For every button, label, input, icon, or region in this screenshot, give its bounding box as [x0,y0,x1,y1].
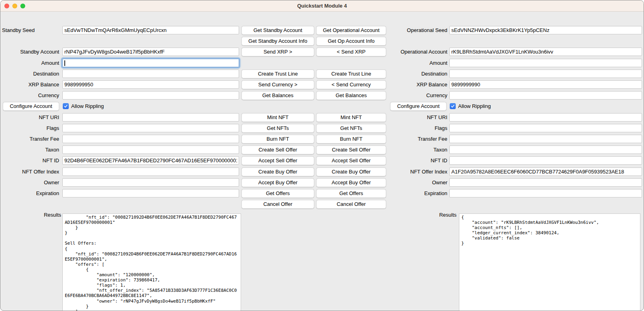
operational-nft-id-input[interactable] [450,157,642,164]
standby-send-currency-button[interactable]: Send Currency > [241,80,314,89]
standby-taxon-label: Taxon [2,146,59,154]
standby-currency-input[interactable] [63,92,239,99]
standby-nft-id-input[interactable] [63,157,239,164]
standby-get-offers-button[interactable]: Get Offers [241,189,314,198]
operational-amount-field[interactable] [449,59,642,67]
standby-accept-buy-offer-button[interactable]: Accept Buy Offer [241,178,314,187]
standby-flags-field[interactable] [62,124,239,132]
standby-allow-rippling-checkbox[interactable] [63,103,69,109]
operational-get-operational-account-button[interactable]: Get Operational Account [316,26,386,35]
standby-nft-offer-index-field[interactable] [62,167,239,176]
operational-get-nfts-button[interactable]: Get NFTs [316,124,386,133]
standby-amount-input[interactable] [63,59,239,67]
operational-nft-id-field[interactable] [449,156,642,165]
operational-destination-label: Destination [381,70,447,78]
standby-results-text[interactable]: "nft_id": "0008271092D4B6F0EE062DE7FA46A… [62,213,241,311]
standby-get-balances-button[interactable]: Get Balances [241,91,314,100]
operational-nft-offer-index-input[interactable] [450,168,642,175]
operational-transfer-fee-input[interactable] [450,135,642,143]
operational-create-sell-offer-button[interactable]: Create Sell Offer [316,146,386,154]
operational-send-currency-button[interactable]: < Send Currency [316,80,386,89]
standby-get-nfts-button[interactable]: Get NFTs [241,124,314,133]
standby-taxon-field[interactable] [62,146,239,154]
standby-send-xrp-button[interactable]: Send XRP > [241,48,314,56]
standby-standby-seed-input[interactable] [63,26,239,34]
standby-expiration-field[interactable] [62,189,239,197]
operational-taxon-field[interactable] [449,146,642,154]
standby-nft-offer-index-input[interactable] [63,168,239,175]
operational-destination-field[interactable] [449,70,642,78]
operational-nft-uri-label: NFT URI [381,113,447,122]
operational-cancel-offer-button[interactable]: Cancel Offer [316,200,386,209]
operational-allow-rippling-checkbox[interactable] [450,103,456,109]
standby-transfer-fee-field[interactable] [62,135,239,143]
operational-operational-account-input[interactable] [450,48,642,56]
standby-get-standby-account-button[interactable]: Get Standby Account [241,26,314,35]
standby-mint-nft-button[interactable]: Mint NFT [241,113,314,122]
standby-destination-input[interactable] [63,70,239,78]
standby-accept-sell-offer-button[interactable]: Accept Sell Offer [241,156,314,165]
operational-owner-input[interactable] [450,179,642,186]
operational-burn-nft-button[interactable]: Burn NFT [316,135,386,144]
operational-flags-field[interactable] [449,124,642,132]
operational-mint-nft-button[interactable]: Mint NFT [316,113,386,122]
standby-nft-uri-input[interactable] [63,114,239,121]
standby-flags-input[interactable] [63,124,239,132]
standby-cancel-offer-button[interactable]: Cancel Offer [241,200,314,209]
operational-nft-uri-field[interactable] [449,113,642,122]
standby-destination-field[interactable] [62,70,239,78]
standby-get-standby-account-info-button[interactable]: Get Standby Account Info [241,37,314,46]
standby-create-sell-offer-button[interactable]: Create Sell Offer [241,146,314,154]
operational-accept-sell-offer-button[interactable]: Accept Sell Offer [316,156,386,165]
operational-operational-seed-field[interactable] [449,26,642,34]
standby-create-trust-line-button[interactable]: Create Trust Line [241,70,314,78]
standby-taxon-input[interactable] [63,146,239,154]
operational-send-xrp-button[interactable]: < Send XRP [316,48,386,56]
checkmark-icon [451,104,455,108]
operational-operational-seed-input[interactable] [450,26,642,34]
standby-standby-account-field[interactable] [62,48,239,56]
standby-currency-field[interactable] [62,91,239,100]
standby-nft-offer-index-label: NFT Offer Index [2,167,59,176]
operational-owner-field[interactable] [449,178,642,187]
operational-create-buy-offer-button[interactable]: Create Buy Offer [316,167,386,176]
operational-get-balances-button[interactable]: Get Balances [316,91,386,100]
standby-xrp-balance-input[interactable] [63,81,239,88]
operational-xrp-balance-input[interactable] [450,81,642,88]
standby-owner-input[interactable] [63,179,239,186]
operational-currency-field[interactable] [449,91,642,100]
operational-transfer-fee-field[interactable] [449,135,642,143]
standby-transfer-fee-input[interactable] [63,135,239,143]
operational-create-trust-line-button[interactable]: Create Trust Line [316,70,386,78]
titlebar[interactable]: Quickstart Module 4 [0,0,644,12]
operational-operational-account-field[interactable] [449,48,642,56]
operational-flags-input[interactable] [450,124,642,132]
standby-owner-field[interactable] [62,178,239,187]
operational-accept-buy-offer-button[interactable]: Accept Buy Offer [316,178,386,187]
operational-nft-uri-input[interactable] [450,114,642,121]
standby-owner-label: Owner [2,178,59,187]
operational-expiration-input[interactable] [450,189,642,197]
standby-nft-uri-field[interactable] [62,113,239,122]
operational-expiration-field[interactable] [449,189,642,197]
operational-nft-offer-index-field[interactable] [449,167,642,176]
operational-xrp-balance-field[interactable] [449,80,642,89]
standby-standby-account-input[interactable] [63,48,239,56]
standby-transfer-fee-label: Transfer Fee [2,135,59,143]
operational-amount-input[interactable] [450,59,642,67]
operational-get-offers-button[interactable]: Get Offers [316,189,386,198]
operational-taxon-input[interactable] [450,146,642,154]
standby-xrp-balance-field[interactable] [62,80,239,89]
standby-nft-id-field[interactable] [62,156,239,165]
standby-burn-nft-button[interactable]: Burn NFT [241,135,314,144]
operational-destination-input[interactable] [450,70,642,78]
standby-standby-seed-field[interactable] [62,26,239,34]
operational-results-text[interactable]: { "account": "rK9LBRhStdmtAaVdJXGVF1LnKW… [459,213,640,311]
operational-currency-input[interactable] [450,92,642,99]
standby-create-buy-offer-button[interactable]: Create Buy Offer [241,167,314,176]
standby-configure-account-button[interactable]: Configure Account [3,102,59,111]
operational-configure-account-button[interactable]: Configure Account [390,102,447,111]
standby-expiration-input[interactable] [63,189,239,197]
standby-amount-field[interactable] [62,59,239,67]
operational-get-op-account-info-button[interactable]: Get Op Account Info [316,37,386,46]
